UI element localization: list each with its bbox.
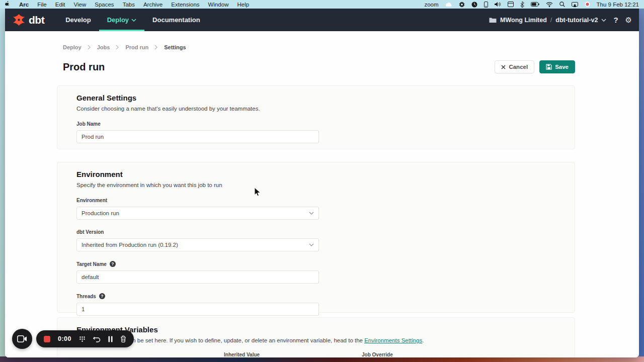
general-settings-card: General Settings Consider choosing a nam… [57,85,575,149]
target-name-label: Target Name ? [76,261,555,267]
dbt-top-navbar: dbt Develop Deploy Documentation MWong L… [5,9,639,31]
environment-variables-description: Job level overrides can be set here. If … [76,337,555,343]
screen-mirroring-icon[interactable] [572,2,578,7]
clock-status-icon[interactable] [471,2,477,8]
chevron-down-icon [131,19,136,22]
menubar-clock[interactable]: Thu 9 Feb 12:21 [597,2,639,8]
folder-icon [489,17,497,23]
chevron-down-icon [309,212,314,215]
env-vars-col-inherited: Inherited Value [224,352,362,357]
dbt-logo-icon [12,13,26,27]
spotlight-search-icon[interactable] [559,2,565,7]
drag-handle-icon[interactable] [79,336,86,342]
job-name-label: Job Name [76,121,555,127]
recording-timer: 0:00 [58,335,71,342]
screen-recording-toolbar: 0:00 [36,330,134,347]
calendar-icon[interactable] [508,2,514,7]
menubar-item-view[interactable]: View [74,2,87,8]
menubar-item-help[interactable]: Help [237,2,249,8]
env-vars-col-override: Job Override [362,352,555,357]
target-name-help-icon[interactable]: ? [110,261,116,267]
environment-select-label: Environment [76,198,555,203]
threads-label: Threads ? [76,293,555,299]
chevron-right-icon [116,45,119,50]
zoom-menubar-item[interactable]: zoom [424,2,438,8]
general-settings-subtitle: Consider choosing a name that's easily u… [76,106,555,112]
settings-gear-button[interactable]: ⚙ [625,16,632,24]
menubar-item-spaces[interactable]: Spaces [95,2,114,8]
bluetooth-icon[interactable] [520,2,524,8]
chevron-right-icon [154,45,158,50]
project-name: dbt-tutorial-v2 [555,17,598,24]
breadcrumb-prod-run[interactable]: Prod run [125,44,148,50]
macos-menubar: Arc File Edit View Spaces Tabs Archive E… [0,0,644,9]
save-button[interactable]: Save [539,60,575,73]
env-vars-table-header: Inherited Value Job Override [76,349,555,357]
chevron-down-icon [309,243,314,246]
environment-title: Environment [76,170,555,178]
nav-item-deploy[interactable]: Deploy [99,9,144,31]
help-button[interactable]: ? [613,16,618,24]
environment-subtitle: Specify the environment in which you wan… [76,182,555,188]
environment-card: Environment Specify the environment in w… [57,162,575,313]
video-camera-icon [17,335,27,342]
environment-select[interactable]: Production run [76,207,319,220]
menubar-item-archive[interactable]: Archive [143,2,163,8]
environment-variables-title: Environment Variables [76,325,555,334]
device-icon[interactable] [484,2,488,8]
menubar-app-name[interactable]: Arc [19,2,29,8]
menubar-item-file[interactable]: File [37,2,47,8]
page-title: Prod run [63,61,105,73]
stop-recording-button[interactable] [44,336,50,342]
general-settings-title: General Settings [76,94,555,102]
cancel-button[interactable]: Cancel [495,60,534,73]
dbt-logo-text: dbt [29,14,44,26]
breadcrumb-settings: Settings [164,44,186,50]
dbt-logo[interactable]: dbt [12,9,44,31]
nav-item-develop[interactable]: Develop [57,9,99,31]
menubar-item-tabs[interactable]: Tabs [123,2,135,8]
battery-icon[interactable] [531,2,539,7]
chevron-right-icon [88,45,91,50]
browser-window: dbt Develop Deploy Documentation MWong L… [5,9,639,357]
nav-item-documentation[interactable]: Documentation [144,9,208,31]
wifi-icon[interactable] [546,2,553,7]
page-content: Deploy Jobs Prod run Settings Prod run C… [5,31,639,357]
dbt-version-select[interactable]: Inherited from Production run (0.19.2) [76,238,319,251]
threads-help-icon[interactable]: ? [99,293,105,299]
close-icon [501,65,506,69]
breadcrumb-deploy[interactable]: Deploy [63,44,82,50]
menubar-item-extensions[interactable]: Extensions [171,2,199,8]
camera-toggle-button[interactable] [12,329,32,349]
pause-recording-icon[interactable] [108,336,113,342]
menubar-item-edit[interactable]: Edit [55,2,65,8]
delete-recording-icon[interactable] [120,335,126,342]
chevron-down-icon [601,19,606,22]
settings-gear-icon[interactable] [459,2,465,8]
job-name-input[interactable] [76,130,319,143]
account-name: MWong Limited [500,17,547,24]
environment-variables-card: Environment Variables Job level override… [57,317,575,357]
restart-recording-icon[interactable] [93,336,101,342]
menubar-item-window[interactable]: Window [208,2,229,8]
save-icon [546,64,552,70]
volume-icon[interactable] [495,2,501,7]
recording-indicator-icon[interactable] [585,2,590,7]
apple-menu-icon[interactable] [5,1,11,8]
breadcrumb: Deploy Jobs Prod run Settings [63,44,186,50]
account-project-switcher[interactable]: MWong Limited / dbt-tutorial-v2 [489,17,606,24]
cloud-icon[interactable] [445,2,452,7]
breadcrumb-jobs[interactable]: Jobs [97,44,110,50]
account-separator: / [550,17,552,24]
environments-settings-link[interactable]: Environments Settings [364,337,422,343]
target-name-input[interactable] [76,270,319,284]
threads-input[interactable] [76,303,319,316]
dbt-version-label: dbt Version [76,229,555,235]
